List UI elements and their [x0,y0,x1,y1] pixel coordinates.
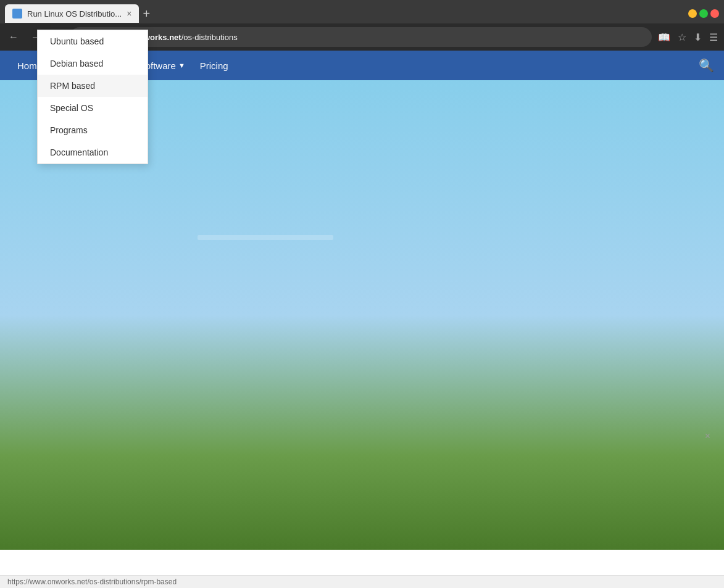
nav-pricing[interactable]: Pricing [193,51,236,80]
software-arrow-icon: ▼ [178,62,185,69]
tab-favicon [12,9,22,19]
address-bar[interactable]: 🔒 https://www.onworks.net/os-distributio… [70,27,652,47]
pocket-button[interactable]: ⬇ [693,30,703,44]
menu-button[interactable]: ☰ [708,30,719,44]
dropdown-item-specialos[interactable]: Special OS [38,97,148,119]
status-url: https://www.onworks.net/os-distributions… [7,578,177,586]
zorin-screenshot-image [185,172,345,246]
bookmark-button[interactable]: ☆ [676,30,688,44]
tab-title: Run Linux OS Distributio... [27,9,122,19]
dropdown-item-documentation[interactable]: Documentation [38,141,148,164]
window-maximize-button[interactable] [699,9,708,18]
cards-row: READ MORE RUN ONLINE Windows online emul… [0,161,724,323]
address-actions: 📖 ☆ ⬇ ☰ [657,30,719,44]
url-display: https://www.onworks.net/os-distributions [91,33,644,42]
active-tab[interactable]: Run Linux OS Distributio... × [5,4,139,23]
search-icon[interactable]: 🔍 [699,58,714,73]
dropdown-item-debian[interactable]: Debian based [38,52,148,75]
dropdown-item-rpm[interactable]: RPM based [38,75,148,97]
tab-bar: Run Linux OS Distributio... × + [0,0,724,23]
zorin-card-images [23,172,346,246]
os-dropdown-menu: Ubuntu based Debian based RPM based Spec… [37,30,148,164]
status-bar: https://www.onworks.net/os-distributions… [0,575,724,588]
back-button[interactable]: ← [5,29,22,45]
tab-close-button[interactable]: × [127,9,131,19]
zorin-card: READ MORE RUN ONLINE [12,161,356,311]
dropdown-item-programs[interactable]: Programs [38,119,148,141]
new-tab-button[interactable]: + [143,7,150,21]
zorin-card-content [13,162,356,255]
dropdown-item-ubuntu[interactable]: Ubuntu based [38,30,148,52]
window-controls [688,9,719,18]
window-close-button[interactable] [710,9,719,18]
window-minimize-button[interactable] [688,9,697,18]
reader-mode-button[interactable]: 📖 [657,30,672,44]
